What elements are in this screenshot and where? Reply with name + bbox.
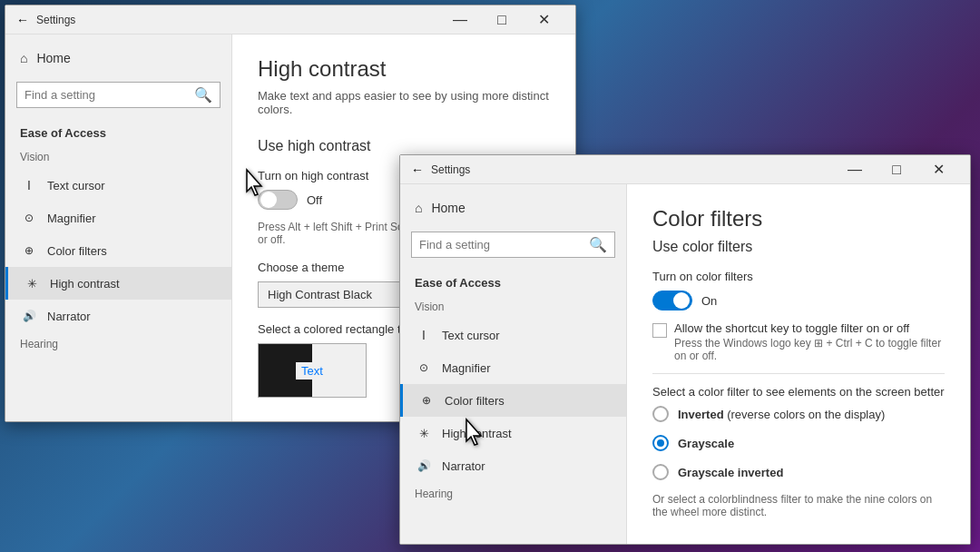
home-icon-1: ⌂ <box>20 51 27 65</box>
sidebar-home-2[interactable]: ⌂ Home <box>400 192 626 224</box>
colorblind-text: Or select a colorblindness filter to mak… <box>652 493 945 518</box>
radio-grayscale-inverted[interactable] <box>652 464 669 480</box>
magnifier-label-2: Magnifier <box>442 361 490 375</box>
sidebar-1: ⌂ Home 🔍 Ease of Access Vision I Text cu… <box>5 34 232 421</box>
close-button-1[interactable]: ✕ <box>523 5 564 34</box>
close-button-2[interactable]: ✕ <box>917 155 959 184</box>
checkbox-hint: Press the Windows logo key ⊞ + Ctrl + C … <box>674 337 945 362</box>
vision-category-1: Vision <box>5 145 231 169</box>
use-section-2: Use color filters <box>652 239 945 255</box>
sidebar-item-narrator-2[interactable]: 🔊 Narrator <box>400 449 626 482</box>
sidebar-2: ⌂ Home 🔍 Ease of Access Vision I Text cu… <box>400 184 627 544</box>
sidebar-item-text-cursor-1[interactable]: I Text cursor <box>5 169 231 202</box>
narrator-label-1: Narrator <box>47 310 91 323</box>
window-content-2: ⌂ Home 🔍 Ease of Access Vision I Text cu… <box>400 184 970 544</box>
toggle-thumb-2 <box>673 292 690 309</box>
search-icon-1: 🔍 <box>194 86 212 104</box>
radio-grayscale-inverted-label: Grayscale inverted <box>678 466 783 479</box>
hearing-category-2: Hearing <box>400 482 626 506</box>
radio-inverted-label: Inverted (reverse colors on the display) <box>678 408 885 421</box>
radio-inverted[interactable] <box>652 406 669 422</box>
maximize-button-2[interactable]: □ <box>876 155 917 184</box>
filter-inverted[interactable]: Inverted (reverse colors on the display) <box>652 406 945 422</box>
back-icon[interactable]: ← <box>16 13 29 27</box>
text-cursor-icon-2: I <box>415 326 433 344</box>
window-title-1: Settings <box>36 14 439 26</box>
radio-grayscale[interactable] <box>652 435 669 451</box>
magnifier-label-1: Magnifier <box>47 212 95 225</box>
sidebar-home-1[interactable]: ⌂ Home <box>5 42 231 74</box>
home-icon-2: ⌂ <box>415 201 422 215</box>
home-label-2: Home <box>431 201 465 215</box>
color-filters-toggle[interactable] <box>652 291 692 310</box>
sidebar-item-magnifier-2[interactable]: ⊙ Magnifier <box>400 351 626 384</box>
text-cursor-label-1: Text cursor <box>47 179 105 192</box>
text-cursor-label-2: Text cursor <box>442 329 500 342</box>
color-filters-icon-1: ⊕ <box>20 242 38 260</box>
page-title-1: High contrast <box>258 56 550 82</box>
magnifier-icon-1: ⊙ <box>20 209 38 227</box>
use-section-1: Use high contrast <box>258 138 550 154</box>
watermark: UGETFIX <box>912 531 969 545</box>
title-bar-1: ← Settings — □ ✕ <box>5 5 575 34</box>
toggle-thumb-1 <box>260 192 277 208</box>
color-preview-1[interactable]: Text <box>258 343 367 398</box>
ease-of-access-label-2: Ease of Access <box>400 265 626 295</box>
page-title-2: Color filters <box>652 206 945 232</box>
search-input-1[interactable] <box>24 88 189 102</box>
toggle-label-2: Turn on color filters <box>652 270 945 283</box>
window-controls-1: — □ ✕ <box>439 5 564 34</box>
high-contrast-label-1: High contrast <box>50 277 120 291</box>
vision-category-2: Vision <box>400 295 626 319</box>
minimize-button-2[interactable]: — <box>834 155 876 184</box>
ease-of-access-label-1: Ease of Access <box>5 115 231 145</box>
page-desc-1: Make text and apps easier to see by usin… <box>258 89 550 116</box>
checkbox-text: Allow the shortcut key to toggle filter … <box>674 321 945 362</box>
shortcut-checkbox[interactable] <box>652 323 667 338</box>
high-contrast-toggle[interactable] <box>258 190 298 210</box>
filter-grayscale[interactable]: Grayscale <box>652 435 945 451</box>
sidebar-item-high-contrast-1[interactable]: ✳ High contrast <box>5 267 231 300</box>
sidebar-item-color-filters-2[interactable]: ⊕ Color filters <box>400 384 626 417</box>
magnifier-icon-2: ⊙ <box>415 359 433 377</box>
color-filters-label-2: Color filters <box>445 394 505 408</box>
high-contrast-label-2: High contrast <box>442 427 512 440</box>
sidebar-item-magnifier-1[interactable]: ⊙ Magnifier <box>5 202 231 234</box>
radio-grayscale-label: Grayscale <box>678 437 734 450</box>
color-filters-icon-2: ⊕ <box>417 391 436 409</box>
hearing-category-1: Hearing <box>5 332 231 356</box>
checkbox-label: Allow the shortcut key to toggle filter … <box>674 321 945 335</box>
home-label-1: Home <box>36 51 70 65</box>
toggle-container-2: On <box>652 291 945 310</box>
sidebar-item-text-cursor-2[interactable]: I Text cursor <box>400 319 626 351</box>
sidebar-item-color-filters-1[interactable]: ⊕ Color filters <box>5 234 231 267</box>
filter-grayscale-inverted[interactable]: Grayscale inverted <box>652 464 945 480</box>
window-controls-2: — □ ✕ <box>834 155 959 184</box>
search-icon-2: 🔍 <box>589 236 607 253</box>
preview-text-1: Text <box>296 362 328 380</box>
toggle-state-1: Off <box>307 193 322 207</box>
high-contrast-icon-2: ✳ <box>415 424 433 442</box>
search-box-2[interactable]: 🔍 <box>411 232 615 258</box>
toggle-state-2: On <box>701 294 717 308</box>
main-content-2: Color filters Use color filters Turn on … <box>627 184 970 544</box>
narrator-icon-1: 🔊 <box>20 307 38 325</box>
search-input-2[interactable] <box>419 238 583 251</box>
checkbox-container: Allow the shortcut key to toggle filter … <box>652 321 945 362</box>
minimize-button-1[interactable]: — <box>439 5 481 34</box>
color-filters-window: ← Settings — □ ✕ ⌂ Home 🔍 Ease of Access… <box>399 154 971 545</box>
window-title-2: Settings <box>431 163 834 176</box>
sidebar-item-narrator-1[interactable]: 🔊 Narrator <box>5 300 231 332</box>
title-bar-2: ← Settings — □ ✕ <box>400 155 970 184</box>
divider-1 <box>652 373 945 374</box>
select-filter-label: Select a color filter to see elements on… <box>652 385 945 399</box>
high-contrast-icon-1: ✳ <box>23 274 41 292</box>
narrator-icon-2: 🔊 <box>415 457 433 475</box>
color-filters-label-1: Color filters <box>47 244 107 258</box>
narrator-label-2: Narrator <box>442 459 485 473</box>
back-icon-2[interactable]: ← <box>411 163 424 177</box>
text-cursor-icon-1: I <box>20 176 38 194</box>
sidebar-item-high-contrast-2[interactable]: ✳ High contrast <box>400 417 626 449</box>
maximize-button-1[interactable]: □ <box>481 5 523 34</box>
search-box-1[interactable]: 🔍 <box>16 82 220 108</box>
